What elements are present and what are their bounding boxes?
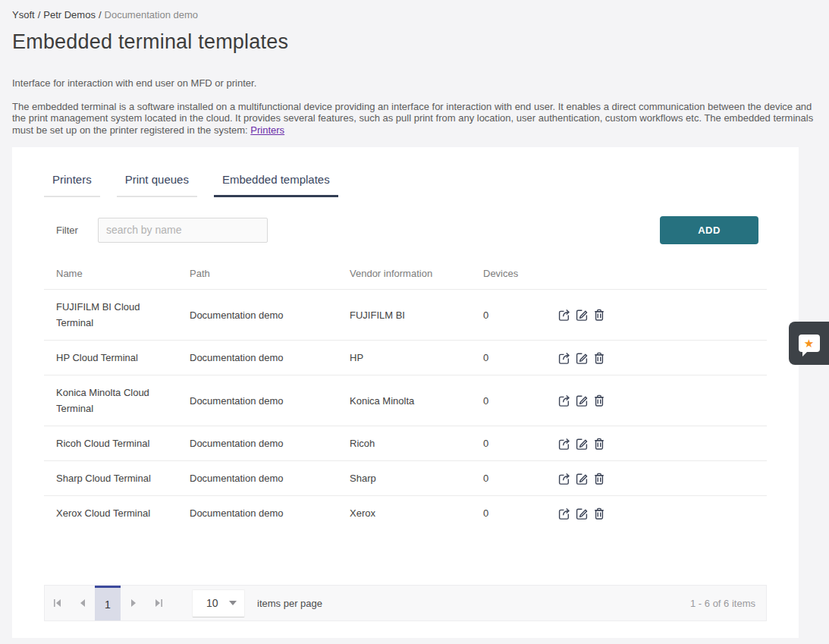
export-button[interactable] bbox=[556, 344, 573, 372]
delete-button[interactable] bbox=[590, 301, 608, 328]
column-header-name: Name bbox=[44, 258, 177, 289]
cell-path: Documentation demo bbox=[177, 461, 338, 495]
column-header-path: Path bbox=[177, 258, 338, 289]
cell-vendor: Xerox bbox=[338, 496, 471, 530]
cell-vendor: Ricoh bbox=[338, 426, 471, 460]
breadcrumb-item-tenant[interactable]: Petr Demos bbox=[43, 9, 96, 20]
export-icon bbox=[557, 393, 572, 408]
edit-icon bbox=[574, 506, 589, 521]
export-button[interactable] bbox=[556, 387, 573, 414]
edit-icon bbox=[574, 307, 589, 322]
first-page-button[interactable] bbox=[45, 586, 70, 620]
breadcrumb-item-root[interactable]: Ysoft bbox=[12, 9, 35, 20]
pager-nav: 1 bbox=[45, 586, 171, 620]
cell-name: Ricoh Cloud Terminal bbox=[44, 426, 177, 460]
delete-button[interactable] bbox=[590, 387, 608, 414]
last-page-button[interactable] bbox=[146, 586, 171, 620]
breadcrumb: Ysoft/Petr Demos/Documentation demo bbox=[12, 9, 817, 20]
breadcrumb-separator: / bbox=[99, 9, 102, 20]
edit-button[interactable] bbox=[573, 344, 591, 372]
edit-button[interactable] bbox=[573, 387, 591, 414]
tab-print-queues[interactable]: Print queues bbox=[117, 168, 197, 197]
next-page-button[interactable] bbox=[121, 586, 146, 620]
edit-icon bbox=[574, 393, 589, 408]
column-header-devices: Devices bbox=[471, 258, 556, 289]
last-page-icon bbox=[154, 598, 163, 608]
delete-button[interactable] bbox=[590, 465, 608, 492]
cell-name: HP Cloud Terminal bbox=[44, 341, 177, 375]
page-size-select[interactable]: 10 bbox=[192, 589, 245, 617]
cell-devices: 0 bbox=[471, 298, 556, 332]
export-icon bbox=[557, 350, 572, 366]
edit-button[interactable] bbox=[573, 430, 591, 457]
add-button[interactable]: ADD bbox=[660, 216, 758, 244]
edit-icon bbox=[574, 436, 589, 451]
chevron-down-icon bbox=[229, 601, 237, 605]
pagination-bar: 1 10 items per page 1 - 6 of 6 items bbox=[44, 585, 767, 621]
cell-name: Xerox Cloud Terminal bbox=[44, 496, 177, 530]
trash-icon bbox=[592, 350, 607, 366]
search-input[interactable] bbox=[98, 218, 268, 243]
cell-name: Konica Minolta Cloud Terminal bbox=[44, 375, 177, 426]
export-icon bbox=[557, 506, 572, 521]
trash-icon bbox=[592, 307, 607, 322]
edit-button[interactable] bbox=[573, 500, 591, 527]
export-button[interactable] bbox=[556, 430, 573, 457]
table-row: HP Cloud Terminal Documentation demo HP … bbox=[44, 340, 767, 375]
cell-path: Documentation demo bbox=[177, 341, 338, 375]
cell-vendor: Sharp bbox=[338, 461, 471, 495]
filter-toolbar: Filter ADD bbox=[44, 215, 767, 244]
edit-button[interactable] bbox=[573, 301, 591, 328]
items-per-page-label: items per page bbox=[257, 598, 322, 609]
table-row: Xerox Cloud Terminal Documentation demo … bbox=[44, 495, 767, 530]
cell-devices: 0 bbox=[471, 384, 556, 418]
table-row: FUJIFILM BI Cloud Terminal Documentation… bbox=[44, 289, 767, 340]
trash-icon bbox=[592, 436, 607, 451]
export-icon bbox=[557, 436, 572, 451]
content-panel: Printers Print queues Embedded templates… bbox=[12, 147, 799, 638]
cell-vendor: HP bbox=[338, 341, 471, 375]
export-button[interactable] bbox=[556, 465, 573, 492]
description-text: The embedded terminal is a software inst… bbox=[12, 101, 813, 136]
export-button[interactable] bbox=[556, 500, 573, 527]
tab-printers[interactable]: Printers bbox=[44, 168, 100, 197]
delete-button[interactable] bbox=[590, 344, 608, 372]
export-icon bbox=[557, 471, 572, 486]
tab-embedded-templates[interactable]: Embedded templates bbox=[214, 168, 338, 197]
star-icon: ★ bbox=[804, 338, 814, 349]
table-row: Ricoh Cloud Terminal Documentation demo … bbox=[44, 426, 767, 460]
edit-button[interactable] bbox=[573, 465, 591, 492]
delete-button[interactable] bbox=[590, 500, 608, 527]
cell-name: FUJIFILM BI Cloud Terminal bbox=[44, 290, 177, 340]
trash-icon bbox=[592, 471, 607, 486]
cell-path: Documentation demo bbox=[177, 426, 338, 460]
edit-icon bbox=[574, 471, 589, 486]
previous-page-icon bbox=[78, 598, 87, 608]
pager-range-info: 1 - 6 of 6 items bbox=[690, 598, 755, 609]
table-row: Konica Minolta Cloud Terminal Documentat… bbox=[44, 375, 767, 426]
feedback-widget-button[interactable]: ★ bbox=[789, 322, 829, 365]
cell-devices: 0 bbox=[471, 426, 556, 460]
column-header-vendor: Vendor information bbox=[338, 258, 471, 289]
first-page-icon bbox=[53, 598, 62, 608]
cell-vendor: FUJIFILM BI bbox=[338, 298, 471, 332]
page-intro: Interface for interaction with end user … bbox=[12, 77, 817, 90]
cell-path: Documentation demo bbox=[177, 384, 338, 418]
feedback-bubble-icon: ★ bbox=[799, 335, 820, 352]
edit-icon bbox=[574, 350, 589, 366]
cell-devices: 0 bbox=[471, 496, 556, 530]
previous-page-button[interactable] bbox=[70, 586, 95, 620]
page-number-button[interactable]: 1 bbox=[95, 586, 121, 620]
breadcrumb-separator: / bbox=[38, 9, 41, 20]
tab-strip: Printers Print queues Embedded templates bbox=[44, 168, 767, 197]
cell-devices: 0 bbox=[471, 461, 556, 495]
export-button[interactable] bbox=[556, 301, 573, 328]
delete-button[interactable] bbox=[590, 430, 608, 457]
printers-link[interactable]: Printers bbox=[250, 124, 284, 136]
trash-icon bbox=[592, 393, 607, 408]
cell-path: Documentation demo bbox=[177, 298, 338, 332]
breadcrumb-item-current: Documentation demo bbox=[105, 9, 199, 20]
cell-name: Sharp Cloud Terminal bbox=[44, 461, 177, 495]
page-title: Embedded terminal templates bbox=[12, 30, 817, 54]
trash-icon bbox=[592, 506, 607, 521]
